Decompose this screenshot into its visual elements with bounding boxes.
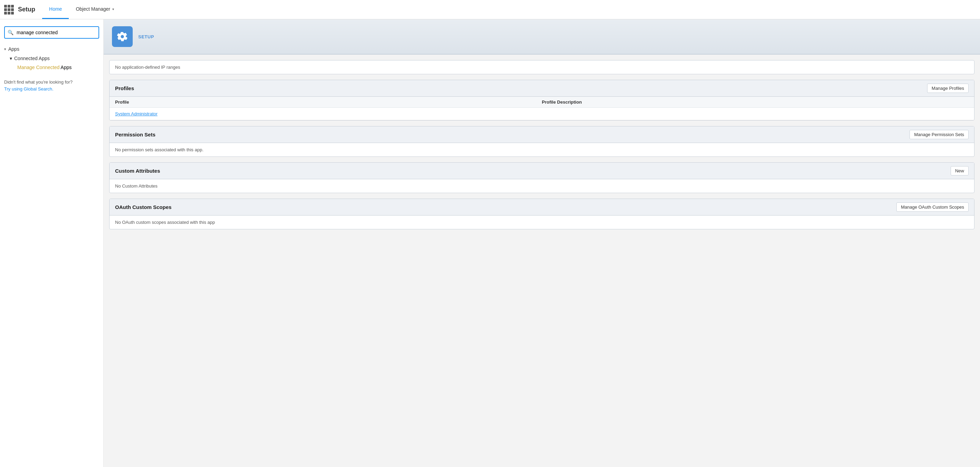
permission-sets-title: Permission Sets	[115, 132, 156, 137]
search-input[interactable]	[4, 26, 99, 39]
custom-attributes-section: Custom Attributes New No Custom Attribut…	[109, 162, 974, 193]
main-layout: 🔍 ▾ Apps ▾ Connected Apps Manage Connect…	[0, 19, 980, 467]
search-icon: 🔍	[8, 30, 13, 35]
profile-desc-col-header: Profile Description	[542, 100, 969, 105]
chevron-down-icon: ▾	[112, 7, 114, 11]
nav-section-apps: ▾ Apps ▾ Connected Apps Manage Connected…	[0, 44, 103, 72]
custom-attributes-section-body: No Custom Attributes	[110, 179, 974, 193]
manage-permission-sets-button[interactable]: Manage Permission Sets	[910, 130, 969, 139]
oauth-scopes-message: No OAuth custom scopes associated with t…	[110, 216, 974, 229]
custom-attributes-section-header: Custom Attributes New	[110, 163, 974, 179]
nav-subsection-connected-apps[interactable]: ▾ Connected Apps	[0, 54, 103, 63]
nav-section-apps-header[interactable]: ▾ Apps	[0, 44, 103, 54]
oauth-custom-scopes-section: OAuth Custom Scopes Manage OAuth Custom …	[109, 199, 974, 229]
profiles-section-body: Profile Profile Description System Admin…	[110, 97, 974, 120]
global-search-link[interactable]: Try using Global Search.	[4, 86, 54, 92]
permission-sets-section-body: No permission sets associated with this …	[110, 143, 974, 156]
app-name: Setup	[18, 6, 35, 13]
profile-desc-cell	[542, 111, 969, 116]
permission-sets-section: Permission Sets Manage Permission Sets N…	[109, 126, 974, 157]
highlight-text: Manage Connected	[17, 65, 59, 70]
custom-attributes-message: No Custom Attributes	[110, 179, 974, 193]
custom-attributes-title: Custom Attributes	[115, 168, 160, 174]
profiles-title: Profiles	[115, 85, 134, 91]
setup-label: SETUP	[138, 34, 154, 40]
oauth-scopes-section-body: No OAuth custom scopes associated with t…	[110, 216, 974, 229]
profile-name-cell: System Administrator	[115, 111, 542, 116]
nav-item-manage-connected-apps[interactable]: Manage Connected Apps	[0, 63, 103, 72]
oauth-scopes-title: OAuth Custom Scopes	[115, 204, 172, 210]
profiles-table-header: Profile Profile Description	[110, 97, 974, 108]
connected-apps-label: Connected Apps	[14, 56, 50, 61]
manage-oauth-scopes-button[interactable]: Manage OAuth Custom Scopes	[896, 202, 969, 212]
system-admin-link[interactable]: System Administrator	[115, 111, 158, 116]
item-label-rest: Apps	[59, 65, 72, 70]
app-launcher-icon[interactable]	[4, 5, 14, 14]
search-box: 🔍	[4, 26, 99, 39]
gear-icon	[117, 31, 128, 42]
manage-profiles-button[interactable]: Manage Profiles	[927, 84, 969, 93]
chevron-down-icon: ▾	[4, 47, 6, 51]
profiles-section: Profiles Manage Profiles Profile Profile…	[109, 80, 974, 121]
profiles-section-header: Profiles Manage Profiles	[110, 80, 974, 97]
apps-label: Apps	[8, 46, 19, 52]
content-area: SETUP No application-defined IP ranges P…	[103, 19, 980, 467]
table-row: System Administrator	[110, 108, 974, 120]
tab-object-manager[interactable]: Object Manager ▾	[69, 0, 121, 19]
profile-col-header: Profile	[115, 100, 542, 105]
oauth-scopes-section-header: OAuth Custom Scopes Manage OAuth Custom …	[110, 199, 974, 216]
not-found-text: Didn't find what you're looking for? Try…	[0, 72, 103, 99]
nav-tabs: Home Object Manager ▾	[42, 0, 121, 19]
chevron-down-icon: ▾	[10, 56, 12, 61]
setup-icon-box	[112, 26, 133, 47]
tab-home[interactable]: Home	[42, 0, 69, 19]
top-nav: Setup Home Object Manager ▾	[0, 0, 980, 19]
new-button[interactable]: New	[951, 166, 969, 175]
permission-sets-message: No permission sets associated with this …	[110, 143, 974, 156]
permission-sets-section-header: Permission Sets Manage Permission Sets	[110, 126, 974, 143]
setup-header: SETUP	[103, 19, 980, 55]
sidebar: 🔍 ▾ Apps ▾ Connected Apps Manage Connect…	[0, 19, 103, 467]
ip-range-message: No application-defined IP ranges	[109, 60, 974, 74]
